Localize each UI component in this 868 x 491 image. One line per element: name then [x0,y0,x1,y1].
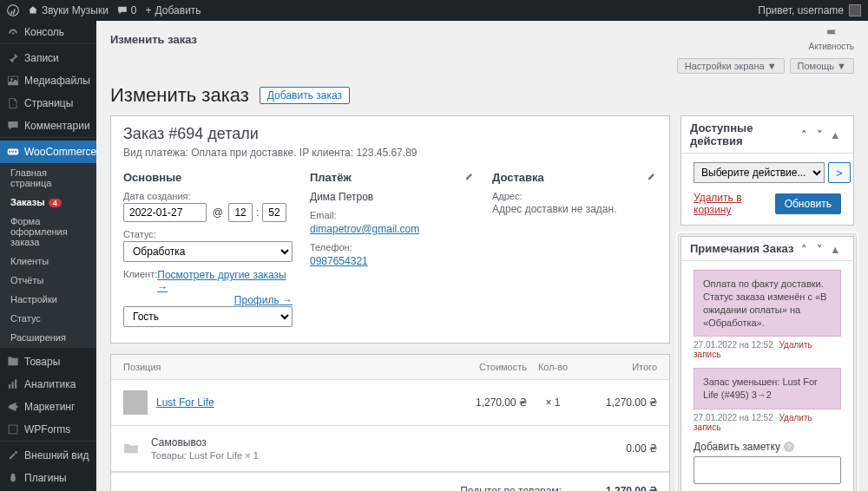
submenu-home[interactable]: Главная страница [0,163,96,193]
order-items-box: Позиция Стоимость Кол-во Итого Lust For … [110,354,670,491]
billing-phone-link[interactable]: 0987654321 [310,255,368,267]
site-link[interactable]: Звуки Музыки [28,4,108,16]
avatar[interactable] [849,4,861,16]
orders-badge: 4 [49,199,62,207]
flag-icon [825,28,838,42]
customer-select[interactable]: Гость [123,306,293,327]
submenu-reports[interactable]: Отчёты [0,271,96,290]
svg-point-7 [16,406,18,409]
pages-icon [7,97,19,109]
order-notes-box: Примечания Заказ ˄ ˅ ▴ Оплата по факту д… [681,236,854,491]
page-title: Изменить заказ [110,84,249,107]
svg-point-9 [15,451,17,454]
submenu-extensions[interactable]: Расширения [0,328,96,347]
svg-point-1 [12,32,14,34]
main-content: Изменить заказ Активность Настройки экра… [96,21,868,491]
line-item-row: Lust For Life 1,270.00 ₴ × 1 1,270.00 ₴ [111,380,669,426]
comments-link[interactable]: 0 [117,4,137,16]
admin-toolbar: Звуки Музыки 0 + Добавить Привет, userna… [0,0,868,21]
chevron-down-icon[interactable]: ˅ [817,243,829,255]
greeting[interactable]: Привет, username [758,4,844,16]
menu-woocommerce[interactable]: WooCommerce [0,141,96,163]
submenu-checkout-form[interactable]: Форма оформления заказа [0,212,96,252]
help-button[interactable]: Помощь ▼ [790,58,854,74]
submenu-orders[interactable]: Заказы4 [0,193,96,212]
toggle-icon[interactable]: ▴ [832,243,845,255]
order-details-box: Заказ #694 детали Вид платежа: Оплата пр… [110,115,670,344]
profile-link[interactable]: Профиль [234,294,293,306]
edit-shipping-icon[interactable] [647,171,657,181]
menu-comments[interactable]: Комментарии [0,115,96,137]
menu-plugins[interactable]: Плагины [0,467,96,489]
billing-email-link[interactable]: dimapetrov@gmail.com [310,223,419,235]
dashboard-icon [7,26,19,38]
admin-sidebar: Консоль Записи Медиафайлы Страницы Комме… [0,21,96,491]
order-status-select[interactable]: Обработка [123,241,293,262]
order-hour-input[interactable] [228,203,253,222]
svg-rect-8 [9,425,17,434]
svg-point-0 [8,5,19,16]
order-note: Оплата по факту доставки. Статус заказа … [694,270,841,337]
menu-products[interactable]: Товары [0,350,96,373]
product-thumb [123,390,148,415]
order-payment-info: Вид платежа: Оплата при доставке. IP кли… [123,147,657,159]
appearance-icon [7,449,19,462]
svg-point-2 [10,78,13,81]
chevron-up-icon[interactable]: ˄ [801,128,813,141]
order-minute-input[interactable] [262,203,286,222]
screen-options-button[interactable]: Настройки экрана ▼ [677,58,785,74]
wp-logo[interactable] [7,4,19,16]
update-order-button[interactable]: Обновить [775,193,841,214]
folder-icon [123,442,139,455]
trash-order-link[interactable]: Удалить в корзину [694,192,775,216]
order-actions-box: Доступные действия ˄ ˅ ▴ Выберите действ… [681,115,854,226]
menu-posts[interactable]: Записи [0,47,96,69]
svg-rect-6 [15,379,16,389]
analytics-icon [7,378,19,390]
order-date-input[interactable] [123,203,207,222]
order-title: Заказ #694 детали [123,125,657,143]
menu-marketing[interactable]: Маркетинг [0,396,96,418]
submenu-customers[interactable]: Клиенты [0,252,96,271]
menu-analytics[interactable]: Аналитика [0,373,96,396]
forms-icon [7,423,19,435]
menu-wpforms[interactable]: WPForms [0,418,96,441]
plugins-icon [7,472,19,484]
toggle-icon[interactable]: ▴ [832,128,845,141]
order-billing-col: Платёж Дима Петров Email: dimapetrov@gma… [310,171,475,334]
add-new-link[interactable]: + Добавить [146,4,201,16]
media-icon [7,75,19,87]
marketing-icon [7,401,19,413]
menu-pages[interactable]: Страницы [0,92,96,115]
menu-appearance[interactable]: Внешний вид [0,444,96,467]
submenu-settings[interactable]: Настройки [0,290,96,309]
order-general-col: Основные Дата создания: @ : Статус: [123,171,293,334]
shipping-item-row: Самовывоз Товары: Lust For Life × 1 0.00… [111,426,669,472]
products-icon [7,356,19,368]
product-link[interactable]: Lust For Life [156,396,214,409]
menu-media[interactable]: Медиафайлы [0,69,96,92]
breadcrumb: Изменить заказ [110,33,197,46]
woo-icon [7,146,19,158]
help-icon[interactable]: ? [784,442,794,452]
view-other-orders-link[interactable]: Посмотреть другие заказы [157,269,293,293]
pin-icon [7,52,19,64]
activity-button[interactable]: Активность [808,28,854,51]
add-order-button[interactable]: Добавить заказ [260,87,350,104]
chevron-up-icon[interactable]: ˄ [801,243,813,255]
order-shipping-col: Доставка Адрес: Адрес доставки не задан. [492,171,657,334]
order-action-select[interactable]: Выберите действие... [694,162,825,183]
svg-rect-5 [12,382,14,389]
menu-dashboard[interactable]: Консоль [0,21,96,43]
order-note: Запас уменьшен: Lust For Life (#495) 3→2 [694,368,841,409]
svg-rect-4 [9,384,10,389]
submenu-status[interactable]: Статус [0,309,96,328]
chevron-down-icon[interactable]: ˅ [817,128,829,141]
comment-icon [7,120,19,132]
order-action-go-button[interactable]: > [828,162,851,183]
note-textarea[interactable] [694,456,841,484]
edit-billing-icon[interactable] [464,171,475,181]
